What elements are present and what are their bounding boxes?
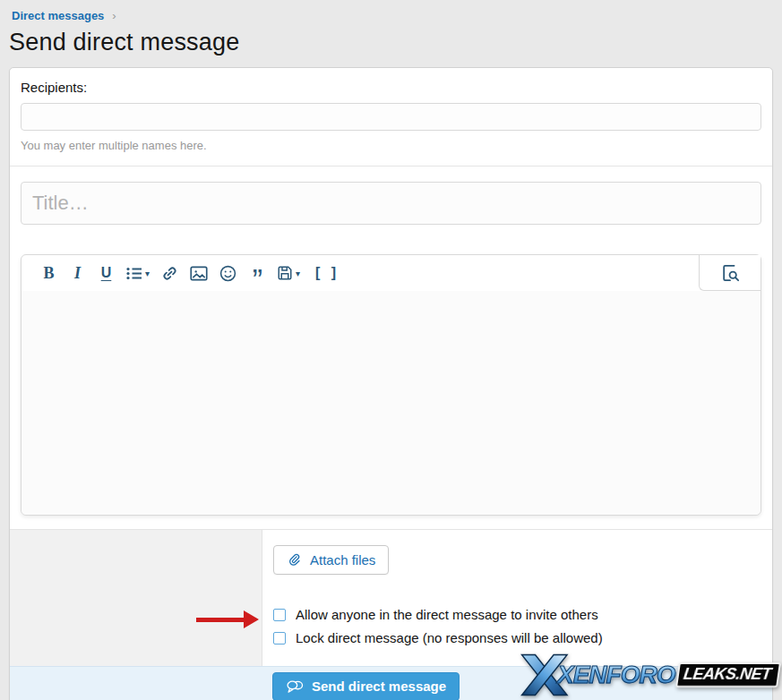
dm-options: Allow anyone in the direct message to in… [273,607,761,645]
toolbar-icons: B I U ▾ [21,255,339,291]
send-message-form: Recipients: You may enter multiple names… [9,67,773,700]
options-section: Attach files Allow anyone in the direct … [10,530,772,666]
recipients-label: Recipients: [21,80,761,95]
options-controls: Attach files Allow anyone in the direct … [262,530,772,666]
title-input[interactable] [21,182,761,225]
lock-dm-checkbox[interactable] [273,632,286,645]
insert-image-icon[interactable] [190,255,208,291]
arrow-tail [196,618,244,622]
caret-down-icon: ▾ [296,269,300,278]
send-button-label: Send direct message [312,679,446,694]
allow-invite-checkbox[interactable] [273,609,286,621]
recipients-section: Recipients: You may enter multiple names… [10,68,772,166]
page-title: Send direct message [9,29,773,56]
preview-icon[interactable] [699,255,761,291]
drafts-icon[interactable]: ▾ [277,255,300,291]
message-section: B I U ▾ [10,166,772,529]
arrow-head-icon [244,610,259,628]
quote-icon[interactable]: ” [248,255,265,291]
page: Direct messages› Send direct message Rec… [0,0,782,700]
caret-down-icon: ▾ [145,269,150,278]
unordered-list-icon[interactable]: ▾ [126,255,150,291]
smilies-icon[interactable] [219,255,236,291]
italic-icon[interactable]: I [69,255,86,291]
watermark-logo: XENFOROLEAKS.NET [515,653,779,697]
underline-icon[interactable]: U [98,255,115,291]
paperclip-icon [287,551,302,568]
allow-invite-option[interactable]: Allow anyone in the direct message to in… [273,607,761,622]
red-arrow-annotation [196,610,259,628]
send-direct-message-button[interactable]: Send direct message [272,672,460,700]
lock-dm-option[interactable]: Lock direct message (no responses will b… [273,630,761,645]
chat-bubbles-icon [286,679,304,694]
attach-files-label: Attach files [310,552,375,568]
allow-invite-label: Allow anyone in the direct message to in… [296,607,598,622]
rich-text-editor: B I U ▾ [21,254,761,516]
options-left-gutter [10,530,262,666]
bold-icon[interactable]: B [40,255,57,291]
breadcrumb: Direct messages› [9,9,773,22]
recipients-hint: You may enter multiple names here. [21,139,761,152]
editor-toolbar: B I U ▾ [21,255,761,291]
message-body-input[interactable] [21,291,761,515]
watermark-brand-text: XENFORO [557,661,676,689]
lock-dm-label: Lock direct message (no responses will b… [296,630,603,645]
chevron-right-icon: › [112,9,116,22]
watermark-suffix-badge: LEAKS.NET [676,662,781,687]
insert-link-icon[interactable] [161,255,178,291]
recipients-input[interactable] [21,103,761,131]
breadcrumb-link-direct-messages[interactable]: Direct messages [12,9,104,22]
code-icon[interactable]: [ ] [312,255,339,291]
attach-files-button[interactable]: Attach files [273,545,389,575]
